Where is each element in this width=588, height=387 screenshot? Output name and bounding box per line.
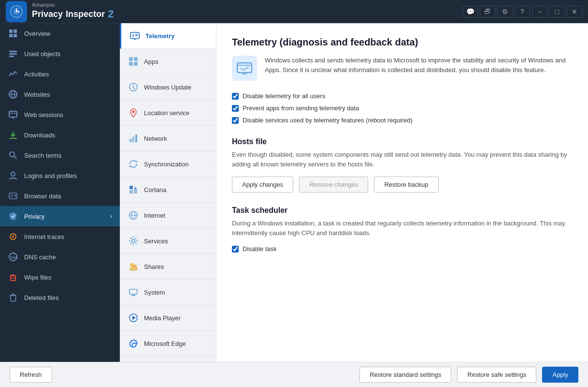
svg-rect-27 [11, 276, 15, 281]
window-button[interactable]: 🗗 [480, 6, 495, 17]
svg-rect-46 [135, 134, 137, 142]
sidebar-item-internet-traces[interactable]: Internet traces [0, 226, 120, 247]
sidebar-item-activities[interactable]: Activities [0, 64, 120, 84]
privacy-icon [8, 211, 18, 222]
apps-subnav-icon [128, 56, 139, 67]
checkbox-row-disable-task: Disable task [232, 245, 573, 253]
svg-line-17 [14, 156, 16, 159]
windows-update-subnav-icon [128, 81, 139, 93]
wipe-files-icon [8, 272, 18, 283]
sidebar-item-wipe-files[interactable]: Wipe files [0, 267, 120, 287]
remove-changes-button[interactable]: Remove changes [299, 177, 368, 193]
sub-nav-item-telemetry[interactable]: Telemetry [120, 23, 216, 49]
task-scheduler-title: Task scheduler [232, 206, 573, 215]
sub-nav-item-synchronization[interactable]: Synchronization [120, 151, 216, 177]
sub-nav-item-network[interactable]: Network [120, 126, 216, 151]
restore-standard-button[interactable]: Restore standard settings [359, 367, 451, 383]
sidebar-item-search-terms[interactable]: Search terms [0, 145, 120, 165]
close-button[interactable]: ✕ [567, 6, 582, 17]
sidebar-item-overview[interactable]: Overview [0, 23, 120, 44]
sub-nav-label-internet: Internet [144, 212, 165, 219]
svg-rect-63 [237, 63, 252, 73]
svg-rect-40 [129, 62, 133, 66]
maximize-button[interactable]: □ [549, 6, 565, 17]
microsoft-edge-subnav-icon [128, 338, 139, 349]
sidebar-item-logins[interactable]: Logins and profiles [0, 165, 120, 186]
privacy-chevron-icon: › [110, 213, 112, 220]
sub-nav-item-cortana[interactable]: A Cortana [120, 177, 216, 203]
task-scheduler-section: Task scheduler During a Windows installa… [232, 206, 573, 253]
restore-backup-button[interactable]: Restore backup [374, 177, 438, 193]
sidebar-label-activities: Activities [24, 71, 112, 78]
svg-rect-41 [134, 62, 138, 66]
prevent-apps-checkbox[interactable] [232, 105, 239, 112]
sub-nav-item-microsoft-edge[interactable]: Microsoft Edge [120, 331, 216, 357]
svg-rect-4 [9, 34, 13, 37]
disable-services-label: Disable services used by telemetry featu… [243, 117, 413, 124]
sidebar-item-used-objects[interactable]: Used objects [0, 44, 120, 64]
chat-button[interactable]: 💬 [462, 6, 478, 17]
settings-button[interactable]: ⚙ [497, 6, 513, 17]
svg-rect-58 [129, 289, 137, 294]
sub-nav-item-system[interactable]: System [120, 280, 216, 305]
disable-services-checkbox[interactable] [232, 117, 239, 124]
sub-nav-item-location-service[interactable]: Location service [120, 100, 216, 126]
sub-nav-label-cortana: Cortana [144, 186, 166, 194]
sidebar-item-websites[interactable]: Websites [0, 84, 120, 104]
sub-nav-item-windows-update[interactable]: Windows Update [120, 74, 216, 100]
sidebar: Overview Used objects Activities [0, 23, 120, 362]
disable-telemetry-checkbox[interactable] [232, 93, 239, 100]
apply-changes-button[interactable]: Apply changes [232, 177, 293, 193]
svg-rect-31 [10, 295, 16, 296]
svg-rect-2 [9, 30, 13, 33]
sidebar-label-deleted-files: Deleted files [24, 294, 112, 301]
page-title: Telemetry (diagnosis and feedback data) [232, 37, 573, 48]
sub-nav-label-location-service: Location service [144, 109, 189, 117]
svg-rect-50 [134, 190, 137, 194]
logins-icon [8, 170, 18, 181]
sub-nav-label-synchronization: Synchronization [144, 161, 189, 168]
sub-nav-item-internet[interactable]: Internet [120, 203, 216, 228]
svg-point-18 [11, 172, 15, 176]
prevent-apps-label: Prevent apps from sending telemetry data [243, 104, 359, 112]
overview-icon [8, 28, 18, 39]
sidebar-item-downloads[interactable]: Downloads [0, 125, 120, 145]
location-service-subnav-icon [128, 107, 139, 119]
sub-nav-item-media-player[interactable]: Media Player [120, 305, 216, 331]
dns-cache-icon: DNS [8, 252, 18, 262]
main-content: Telemetry (diagnosis and feedback data) … [216, 23, 588, 362]
sidebar-item-deleted-files[interactable]: Deleted files [0, 287, 120, 308]
svg-rect-57 [130, 263, 133, 265]
app-title: Privacy Inspector 2 [32, 8, 114, 20]
svg-rect-3 [14, 30, 17, 33]
sidebar-item-privacy[interactable]: Privacy › [0, 206, 120, 226]
svg-point-24 [12, 236, 14, 238]
svg-rect-22 [15, 194, 16, 197]
sidebar-item-browser-data[interactable]: Browser data [0, 186, 120, 206]
refresh-button[interactable]: Refresh [10, 367, 52, 383]
svg-rect-20 [11, 195, 14, 196]
apply-button[interactable]: Apply [542, 367, 578, 383]
svg-rect-47 [129, 186, 133, 189]
sub-nav-label-windows-update: Windows Update [144, 84, 191, 91]
minimize-button[interactable]: − [532, 6, 547, 17]
internet-subnav-icon [128, 209, 139, 221]
disable-task-checkbox[interactable] [232, 246, 239, 253]
synchronization-subnav-icon [128, 158, 139, 170]
svg-rect-39 [134, 57, 138, 61]
help-button[interactable]: ? [515, 6, 530, 17]
hosts-file-description: Even though disabled, some system compon… [232, 150, 573, 169]
sub-nav-item-services[interactable]: Services [120, 228, 216, 254]
hosts-file-title: Hosts file [232, 137, 573, 146]
restore-safe-button[interactable]: Restore safe settings [457, 367, 536, 383]
sub-nav-label-media-player: Media Player [144, 314, 181, 322]
sidebar-label-web-sessions: Web sessions [24, 111, 112, 119]
svg-rect-44 [129, 139, 132, 142]
sidebar-item-dns-cache[interactable]: DNS DNS cache [0, 247, 120, 267]
sub-nav-item-shares[interactable]: Shares [120, 254, 216, 280]
sidebar-item-web-sessions[interactable]: Web sessions [0, 104, 120, 125]
sub-nav-label-microsoft-edge: Microsoft Edge [144, 340, 186, 347]
sub-nav-item-apps[interactable]: Apps [120, 49, 216, 74]
internet-traces-icon [8, 231, 18, 242]
sub-nav: Telemetry Apps Windows Update [120, 23, 216, 362]
